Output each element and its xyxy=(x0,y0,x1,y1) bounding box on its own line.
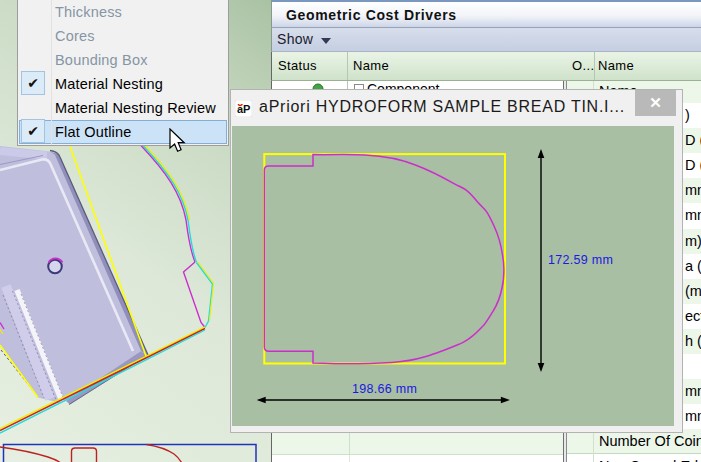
svg-text:198.66 mm: 198.66 mm xyxy=(352,382,417,396)
svg-text:172.59 mm: 172.59 mm xyxy=(548,253,613,267)
